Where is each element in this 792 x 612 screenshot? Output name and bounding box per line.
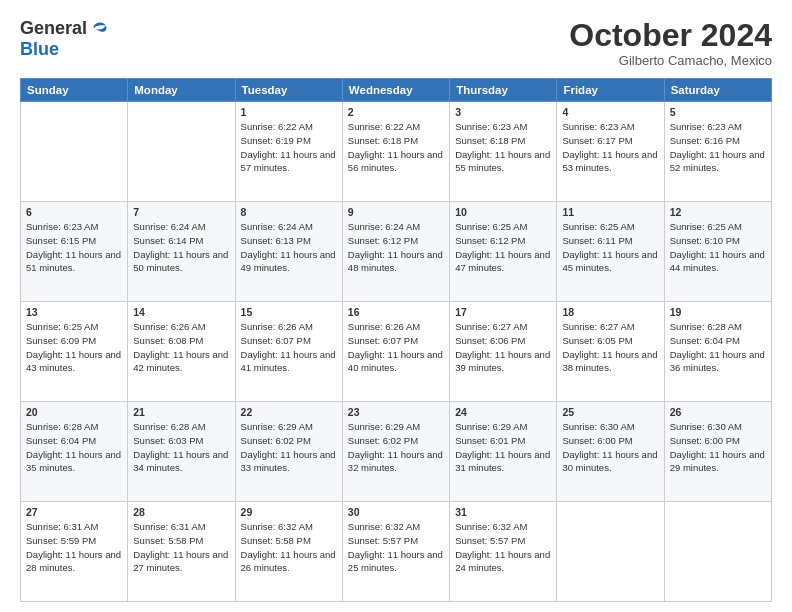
day-info: Sunrise: 6:27 AMSunset: 6:06 PMDaylight:…	[455, 320, 551, 375]
day-number: 2	[348, 106, 444, 118]
sunset-text: Sunset: 6:18 PM	[455, 135, 525, 146]
daylight-text: Daylight: 11 hours and 43 minutes.	[26, 349, 121, 374]
calendar-header-wednesday: Wednesday	[342, 79, 449, 102]
calendar-cell: 21Sunrise: 6:28 AMSunset: 6:03 PMDayligh…	[128, 402, 235, 502]
daylight-text: Daylight: 11 hours and 25 minutes.	[348, 549, 443, 574]
daylight-text: Daylight: 11 hours and 42 minutes.	[133, 349, 228, 374]
day-number: 5	[670, 106, 766, 118]
day-number: 8	[241, 206, 337, 218]
day-info: Sunrise: 6:26 AMSunset: 6:07 PMDaylight:…	[348, 320, 444, 375]
daylight-text: Daylight: 11 hours and 28 minutes.	[26, 549, 121, 574]
sunrise-text: Sunrise: 6:22 AM	[241, 121, 313, 132]
sunset-text: Sunset: 6:17 PM	[562, 135, 632, 146]
sunrise-text: Sunrise: 6:29 AM	[348, 421, 420, 432]
sunset-text: Sunset: 5:59 PM	[26, 535, 96, 546]
day-number: 4	[562, 106, 658, 118]
sunrise-text: Sunrise: 6:28 AM	[26, 421, 98, 432]
header: General Blue October 2024 Gilberto Camac…	[20, 18, 772, 68]
calendar-cell: 29Sunrise: 6:32 AMSunset: 5:58 PMDayligh…	[235, 502, 342, 602]
sunset-text: Sunset: 6:00 PM	[670, 435, 740, 446]
day-info: Sunrise: 6:23 AMSunset: 6:16 PMDaylight:…	[670, 120, 766, 175]
day-info: Sunrise: 6:28 AMSunset: 6:04 PMDaylight:…	[670, 320, 766, 375]
calendar-cell: 13Sunrise: 6:25 AMSunset: 6:09 PMDayligh…	[21, 302, 128, 402]
sunrise-text: Sunrise: 6:29 AM	[455, 421, 527, 432]
day-info: Sunrise: 6:25 AMSunset: 6:12 PMDaylight:…	[455, 220, 551, 275]
daylight-text: Daylight: 11 hours and 32 minutes.	[348, 449, 443, 474]
sunset-text: Sunset: 6:18 PM	[348, 135, 418, 146]
calendar-week-5: 27Sunrise: 6:31 AMSunset: 5:59 PMDayligh…	[21, 502, 772, 602]
day-number: 17	[455, 306, 551, 318]
logo-general-text: General	[20, 18, 87, 39]
daylight-text: Daylight: 11 hours and 50 minutes.	[133, 249, 228, 274]
calendar-header-monday: Monday	[128, 79, 235, 102]
sunrise-text: Sunrise: 6:30 AM	[670, 421, 742, 432]
daylight-text: Daylight: 11 hours and 48 minutes.	[348, 249, 443, 274]
day-number: 18	[562, 306, 658, 318]
sunset-text: Sunset: 6:00 PM	[562, 435, 632, 446]
daylight-text: Daylight: 11 hours and 26 minutes.	[241, 549, 336, 574]
month-title: October 2024	[569, 18, 772, 53]
calendar-cell: 18Sunrise: 6:27 AMSunset: 6:05 PMDayligh…	[557, 302, 664, 402]
calendar-cell: 11Sunrise: 6:25 AMSunset: 6:11 PMDayligh…	[557, 202, 664, 302]
day-number: 9	[348, 206, 444, 218]
page: General Blue October 2024 Gilberto Camac…	[0, 0, 792, 612]
day-info: Sunrise: 6:31 AMSunset: 5:59 PMDaylight:…	[26, 520, 122, 575]
calendar-cell: 30Sunrise: 6:32 AMSunset: 5:57 PMDayligh…	[342, 502, 449, 602]
calendar-cell: 5Sunrise: 6:23 AMSunset: 6:16 PMDaylight…	[664, 102, 771, 202]
day-number: 19	[670, 306, 766, 318]
day-info: Sunrise: 6:24 AMSunset: 6:12 PMDaylight:…	[348, 220, 444, 275]
day-number: 22	[241, 406, 337, 418]
calendar-cell	[128, 102, 235, 202]
day-number: 30	[348, 506, 444, 518]
calendar-cell: 16Sunrise: 6:26 AMSunset: 6:07 PMDayligh…	[342, 302, 449, 402]
day-info: Sunrise: 6:30 AMSunset: 6:00 PMDaylight:…	[670, 420, 766, 475]
day-info: Sunrise: 6:26 AMSunset: 6:07 PMDaylight:…	[241, 320, 337, 375]
calendar-week-3: 13Sunrise: 6:25 AMSunset: 6:09 PMDayligh…	[21, 302, 772, 402]
sunset-text: Sunset: 6:08 PM	[133, 335, 203, 346]
daylight-text: Daylight: 11 hours and 44 minutes.	[670, 249, 765, 274]
calendar-cell	[664, 502, 771, 602]
sunset-text: Sunset: 5:57 PM	[455, 535, 525, 546]
daylight-text: Daylight: 11 hours and 29 minutes.	[670, 449, 765, 474]
sunset-text: Sunset: 6:02 PM	[348, 435, 418, 446]
day-number: 7	[133, 206, 229, 218]
day-number: 28	[133, 506, 229, 518]
day-info: Sunrise: 6:29 AMSunset: 6:02 PMDaylight:…	[241, 420, 337, 475]
sunset-text: Sunset: 6:05 PM	[562, 335, 632, 346]
calendar-week-4: 20Sunrise: 6:28 AMSunset: 6:04 PMDayligh…	[21, 402, 772, 502]
day-info: Sunrise: 6:23 AMSunset: 6:18 PMDaylight:…	[455, 120, 551, 175]
day-info: Sunrise: 6:25 AMSunset: 6:11 PMDaylight:…	[562, 220, 658, 275]
sunset-text: Sunset: 6:10 PM	[670, 235, 740, 246]
daylight-text: Daylight: 11 hours and 34 minutes.	[133, 449, 228, 474]
day-number: 1	[241, 106, 337, 118]
sunset-text: Sunset: 5:57 PM	[348, 535, 418, 546]
daylight-text: Daylight: 11 hours and 33 minutes.	[241, 449, 336, 474]
day-number: 26	[670, 406, 766, 418]
calendar-cell: 26Sunrise: 6:30 AMSunset: 6:00 PMDayligh…	[664, 402, 771, 502]
daylight-text: Daylight: 11 hours and 30 minutes.	[562, 449, 657, 474]
sunrise-text: Sunrise: 6:23 AM	[455, 121, 527, 132]
day-info: Sunrise: 6:30 AMSunset: 6:00 PMDaylight:…	[562, 420, 658, 475]
sunrise-text: Sunrise: 6:24 AM	[133, 221, 205, 232]
day-info: Sunrise: 6:24 AMSunset: 6:13 PMDaylight:…	[241, 220, 337, 275]
sunrise-text: Sunrise: 6:26 AM	[241, 321, 313, 332]
day-info: Sunrise: 6:23 AMSunset: 6:17 PMDaylight:…	[562, 120, 658, 175]
calendar-cell: 1Sunrise: 6:22 AMSunset: 6:19 PMDaylight…	[235, 102, 342, 202]
day-number: 20	[26, 406, 122, 418]
calendar-cell: 27Sunrise: 6:31 AMSunset: 5:59 PMDayligh…	[21, 502, 128, 602]
sunset-text: Sunset: 6:14 PM	[133, 235, 203, 246]
daylight-text: Daylight: 11 hours and 52 minutes.	[670, 149, 765, 174]
day-info: Sunrise: 6:32 AMSunset: 5:58 PMDaylight:…	[241, 520, 337, 575]
calendar-header-thursday: Thursday	[450, 79, 557, 102]
sunrise-text: Sunrise: 6:25 AM	[562, 221, 634, 232]
day-number: 16	[348, 306, 444, 318]
sunrise-text: Sunrise: 6:29 AM	[241, 421, 313, 432]
sunset-text: Sunset: 6:12 PM	[348, 235, 418, 246]
day-number: 27	[26, 506, 122, 518]
sunrise-text: Sunrise: 6:31 AM	[133, 521, 205, 532]
sunset-text: Sunset: 6:12 PM	[455, 235, 525, 246]
calendar-cell: 19Sunrise: 6:28 AMSunset: 6:04 PMDayligh…	[664, 302, 771, 402]
sunrise-text: Sunrise: 6:32 AM	[348, 521, 420, 532]
sunrise-text: Sunrise: 6:28 AM	[670, 321, 742, 332]
calendar-cell: 12Sunrise: 6:25 AMSunset: 6:10 PMDayligh…	[664, 202, 771, 302]
